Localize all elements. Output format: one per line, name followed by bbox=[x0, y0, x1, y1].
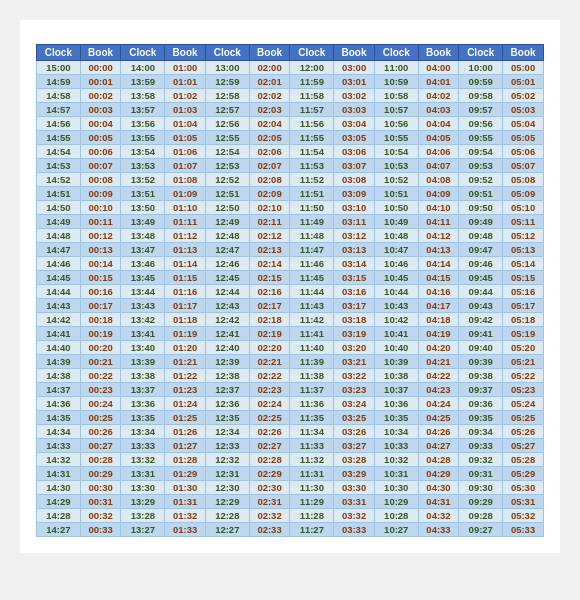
clock-header: Clock bbox=[374, 45, 418, 61]
clock-cell: 13:54 bbox=[121, 145, 165, 159]
book-cell: 05:12 bbox=[503, 229, 544, 243]
clock-cell: 12:41 bbox=[205, 327, 249, 341]
table-row: 14:4200:1813:4201:1812:4202:1811:4203:18… bbox=[37, 313, 544, 327]
clock-cell: 12:51 bbox=[205, 187, 249, 201]
table-row: 14:2700:3313:2701:3312:2702:3311:2703:33… bbox=[37, 523, 544, 537]
book-cell: 04:03 bbox=[418, 103, 459, 117]
clock-cell: 11:54 bbox=[290, 145, 334, 159]
clock-cell: 14:41 bbox=[37, 327, 81, 341]
clock-cell: 13:38 bbox=[121, 369, 165, 383]
book-cell: 01:24 bbox=[165, 397, 206, 411]
clock-cell: 12:57 bbox=[205, 103, 249, 117]
book-cell: 00:33 bbox=[80, 523, 121, 537]
clock-cell: 12:27 bbox=[205, 523, 249, 537]
clock-cell: 14:33 bbox=[37, 439, 81, 453]
book-cell: 05:31 bbox=[503, 495, 544, 509]
book-cell: 04:07 bbox=[418, 159, 459, 173]
table-row: 14:5000:1013:5001:1012:5002:1011:5003:10… bbox=[37, 201, 544, 215]
book-cell: 03:14 bbox=[334, 257, 375, 271]
book-cell: 01:16 bbox=[165, 285, 206, 299]
book-cell: 05:23 bbox=[503, 383, 544, 397]
book-cell: 01:29 bbox=[165, 467, 206, 481]
book-cell: 00:04 bbox=[80, 117, 121, 131]
book-cell: 02:28 bbox=[249, 453, 290, 467]
table-row: 14:4800:1213:4801:1212:4802:1211:4803:12… bbox=[37, 229, 544, 243]
clock-cell: 09:28 bbox=[459, 509, 503, 523]
clock-cell: 09:59 bbox=[459, 75, 503, 89]
book-cell: 03:10 bbox=[334, 201, 375, 215]
clock-cell: 10:29 bbox=[374, 495, 418, 509]
clock-cell: 10:41 bbox=[374, 327, 418, 341]
book-cell: 01:17 bbox=[165, 299, 206, 313]
clock-cell: 09:41 bbox=[459, 327, 503, 341]
book-cell: 02:26 bbox=[249, 425, 290, 439]
book-cell: 02:01 bbox=[249, 75, 290, 89]
book-cell: 02:13 bbox=[249, 243, 290, 257]
clock-cell: 10:00 bbox=[459, 61, 503, 75]
clock-cell: 11:42 bbox=[290, 313, 334, 327]
book-cell: 04:17 bbox=[418, 299, 459, 313]
book-cell: 00:21 bbox=[80, 355, 121, 369]
book-cell: 01:02 bbox=[165, 89, 206, 103]
book-cell: 02:03 bbox=[249, 103, 290, 117]
clock-cell: 13:50 bbox=[121, 201, 165, 215]
book-cell: 00:26 bbox=[80, 425, 121, 439]
clock-header: Clock bbox=[121, 45, 165, 61]
clock-cell: 13:41 bbox=[121, 327, 165, 341]
book-cell: 02:17 bbox=[249, 299, 290, 313]
book-cell: 01:10 bbox=[165, 201, 206, 215]
book-header: Book bbox=[80, 45, 121, 61]
table-row: 14:3300:2713:3301:2712:3302:2711:3303:27… bbox=[37, 439, 544, 453]
clock-cell: 11:31 bbox=[290, 467, 334, 481]
clock-cell: 12:31 bbox=[205, 467, 249, 481]
clock-cell: 12:29 bbox=[205, 495, 249, 509]
book-cell: 04:04 bbox=[418, 117, 459, 131]
clock-cell: 12:37 bbox=[205, 383, 249, 397]
clock-cell: 11:57 bbox=[290, 103, 334, 117]
book-header: Book bbox=[503, 45, 544, 61]
clock-cell: 13:51 bbox=[121, 187, 165, 201]
table-row: 14:2900:3113:2901:3112:2902:3111:2903:31… bbox=[37, 495, 544, 509]
clock-cell: 09:40 bbox=[459, 341, 503, 355]
clock-cell: 12:30 bbox=[205, 481, 249, 495]
clock-cell: 09:39 bbox=[459, 355, 503, 369]
clock-cell: 09:51 bbox=[459, 187, 503, 201]
book-cell: 04:06 bbox=[418, 145, 459, 159]
clock-cell: 14:44 bbox=[37, 285, 81, 299]
book-cell: 04:12 bbox=[418, 229, 459, 243]
book-cell: 02:22 bbox=[249, 369, 290, 383]
clock-cell: 14:56 bbox=[37, 117, 81, 131]
book-cell: 05:33 bbox=[503, 523, 544, 537]
clock-cell: 14:34 bbox=[37, 425, 81, 439]
clock-cell: 12:52 bbox=[205, 173, 249, 187]
book-cell: 00:23 bbox=[80, 383, 121, 397]
book-cell: 05:26 bbox=[503, 425, 544, 439]
book-header: Book bbox=[334, 45, 375, 61]
clock-cell: 12:34 bbox=[205, 425, 249, 439]
clock-cell: 13:52 bbox=[121, 173, 165, 187]
book-cell: 01:32 bbox=[165, 509, 206, 523]
clock-cell: 13:56 bbox=[121, 117, 165, 131]
clock-cell: 09:50 bbox=[459, 201, 503, 215]
clock-cell: 14:35 bbox=[37, 411, 81, 425]
clock-cell: 14:47 bbox=[37, 243, 81, 257]
table-header: ClockBookClockBookClockBookClockBookCloc… bbox=[37, 45, 544, 61]
clock-cell: 14:55 bbox=[37, 131, 81, 145]
book-cell: 04:02 bbox=[418, 89, 459, 103]
clock-cell: 10:39 bbox=[374, 355, 418, 369]
clock-cell: 10:43 bbox=[374, 299, 418, 313]
book-cell: 04:27 bbox=[418, 439, 459, 453]
clock-cell: 11:40 bbox=[290, 341, 334, 355]
book-cell: 02:31 bbox=[249, 495, 290, 509]
book-cell: 02:09 bbox=[249, 187, 290, 201]
clock-cell: 09:32 bbox=[459, 453, 503, 467]
book-cell: 02:18 bbox=[249, 313, 290, 327]
book-cell: 04:23 bbox=[418, 383, 459, 397]
table-row: 14:4100:1913:4101:1912:4102:1911:4103:19… bbox=[37, 327, 544, 341]
clock-cell: 13:48 bbox=[121, 229, 165, 243]
clock-cell: 10:40 bbox=[374, 341, 418, 355]
clock-cell: 11:37 bbox=[290, 383, 334, 397]
book-cell: 02:14 bbox=[249, 257, 290, 271]
book-cell: 01:27 bbox=[165, 439, 206, 453]
book-cell: 04:22 bbox=[418, 369, 459, 383]
